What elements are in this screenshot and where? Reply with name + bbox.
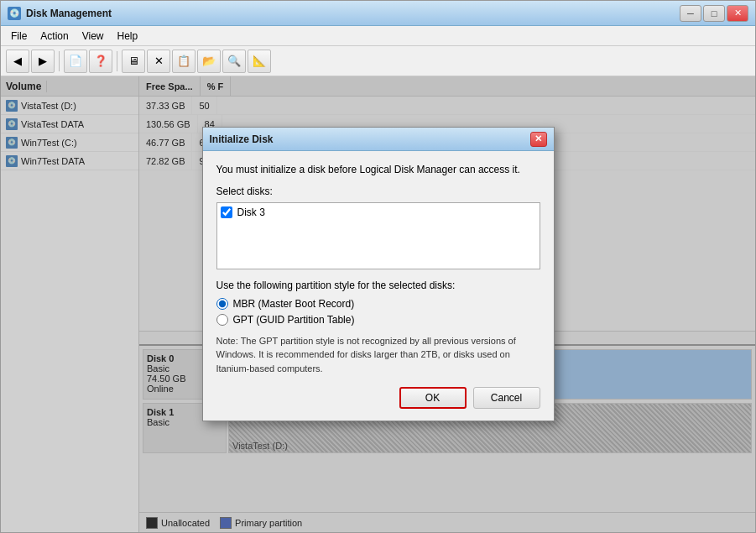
disk-check-item-0: Disk 3 <box>221 206 536 218</box>
dialog-body: You must initialize a disk before Logica… <box>203 151 554 421</box>
help-button[interactable]: ❓ <box>89 50 112 73</box>
menu-action[interactable]: Action <box>34 29 75 44</box>
select-disks-label: Select disks: <box>216 186 540 197</box>
toolbar-separator-1 <box>59 51 60 71</box>
initialize-disk-dialog: Initialize Disk ✕ You must initialize a … <box>202 127 555 421</box>
delete-button[interactable]: ✕ <box>147 50 170 73</box>
ok-button[interactable]: OK <box>399 387 467 409</box>
dialog-close-button[interactable]: ✕ <box>530 132 547 147</box>
close-button[interactable]: ✕ <box>727 5 748 22</box>
app-icon: 💿 <box>8 7 21 20</box>
properties-button[interactable]: 📄 <box>64 50 87 73</box>
mbr-label: MBR (Master Boot Record) <box>233 298 355 310</box>
dialog-title-bar: Initialize Disk ✕ <box>203 128 554 151</box>
partition-style-label: Use the following partition style for th… <box>216 280 540 291</box>
main-window: 💿 Disk Management ─ □ ✕ File Action View… <box>0 0 756 533</box>
menu-bar: File Action View Help <box>1 26 755 46</box>
search-button[interactable]: 🔍 <box>222 50 246 73</box>
mbr-radio[interactable] <box>216 298 228 310</box>
maximize-button[interactable]: □ <box>703 5 725 22</box>
gpt-label: GPT (GUID Partition Table) <box>233 314 355 326</box>
forward-button[interactable]: ▶ <box>31 50 55 73</box>
copy-button[interactable]: 📋 <box>172 50 196 73</box>
menu-help[interactable]: Help <box>111 29 145 44</box>
title-bar: 💿 Disk Management ─ □ ✕ <box>1 1 755 26</box>
minimize-button[interactable]: ─ <box>680 5 701 22</box>
dialog-info: You must initialize a disk before Logica… <box>216 163 540 177</box>
toolbar: ◀ ▶ 📄 ❓ 🖥 ✕ 📋 📂 🔍 📐 <box>1 46 755 76</box>
mbr-radio-option: MBR (Master Boot Record) <box>216 298 540 310</box>
menu-view[interactable]: View <box>76 29 111 44</box>
content-area: Volume 💿 VistaTest (D:) 💿 VistaTest DATA… <box>1 76 755 532</box>
gpt-radio-option: GPT (GUID Partition Table) <box>216 314 540 326</box>
folder-button[interactable]: 📂 <box>197 50 221 73</box>
disk-3-label: Disk 3 <box>237 206 265 218</box>
disk-3-checkbox[interactable] <box>221 206 232 218</box>
dialog-buttons: OK Cancel <box>216 387 540 409</box>
cancel-button[interactable]: Cancel <box>473 387 540 409</box>
note-text: Note: The GPT partition style is not rec… <box>216 334 540 376</box>
dialog-title: Initialize Disk <box>210 133 530 145</box>
window-title: Disk Management <box>26 8 680 19</box>
back-button[interactable]: ◀ <box>6 50 29 73</box>
gpt-radio[interactable] <box>216 314 228 326</box>
disk-button[interactable]: 🖥 <box>122 50 145 73</box>
disk-select-box: Disk 3 <box>216 202 540 269</box>
measure-button[interactable]: 📐 <box>248 50 271 73</box>
toolbar-separator-2 <box>117 51 117 71</box>
menu-file[interactable]: File <box>4 29 34 44</box>
window-controls: ─ □ ✕ <box>680 5 748 22</box>
modal-overlay: Initialize Disk ✕ You must initialize a … <box>1 76 755 532</box>
